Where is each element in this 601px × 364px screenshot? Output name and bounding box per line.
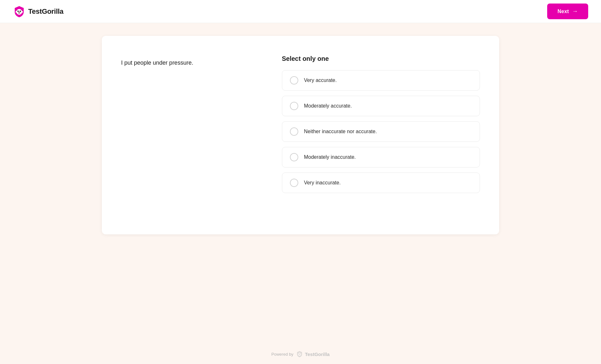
svg-point-11 xyxy=(299,353,299,354)
svg-point-7 xyxy=(20,12,20,12)
footer: Powered by TestGorilla xyxy=(0,344,601,364)
radio-circle-2 xyxy=(290,102,298,110)
svg-point-12 xyxy=(300,353,300,354)
svg-point-9 xyxy=(22,11,23,12)
question-text: I put people under pressure. xyxy=(121,58,193,68)
main-content: I put people under pressure. Select only… xyxy=(0,23,601,344)
option-3[interactable]: Neither inaccurate nor accurate. xyxy=(282,121,480,142)
option-label-2: Moderately accurate. xyxy=(304,103,352,109)
option-label-4: Moderately inaccurate. xyxy=(304,154,356,160)
select-instruction: Select only one xyxy=(282,55,480,62)
powered-by-text: Powered by xyxy=(271,352,293,357)
svg-point-1 xyxy=(17,10,19,12)
option-label-3: Neither inaccurate nor accurate. xyxy=(304,129,377,134)
testgorilla-logo-icon xyxy=(13,5,26,18)
option-1[interactable]: Very accurate. xyxy=(282,70,480,91)
svg-point-4 xyxy=(21,11,21,11)
footer-logo-icon xyxy=(296,351,303,358)
next-button-label: Next xyxy=(557,9,569,14)
next-button[interactable]: Next → xyxy=(547,4,588,19)
svg-point-3 xyxy=(18,11,19,11)
logo-text: TestGorilla xyxy=(28,7,63,16)
svg-point-6 xyxy=(19,12,19,12)
radio-circle-5 xyxy=(290,179,298,187)
arrow-right-icon: → xyxy=(572,8,578,15)
option-4[interactable]: Moderately inaccurate. xyxy=(282,147,480,167)
question-card: I put people under pressure. Select only… xyxy=(102,36,499,234)
option-5[interactable]: Very inaccurate. xyxy=(282,173,480,193)
svg-point-13 xyxy=(299,354,300,355)
svg-point-2 xyxy=(20,10,21,12)
svg-point-8 xyxy=(16,11,17,12)
radio-circle-4 xyxy=(290,153,298,161)
footer-brand-text: TestGorilla xyxy=(305,352,330,357)
header: TestGorilla Next → xyxy=(0,0,601,23)
option-label-5: Very inaccurate. xyxy=(304,180,341,186)
radio-circle-3 xyxy=(290,127,298,136)
option-label-1: Very accurate. xyxy=(304,77,337,83)
question-left-panel: I put people under pressure. xyxy=(121,55,263,215)
radio-circle-1 xyxy=(290,76,298,85)
footer-logo: TestGorilla xyxy=(296,351,330,358)
option-2[interactable]: Moderately accurate. xyxy=(282,96,480,116)
logo: TestGorilla xyxy=(13,5,63,18)
question-right-panel: Select only one Very accurate. Moderatel… xyxy=(282,55,480,215)
